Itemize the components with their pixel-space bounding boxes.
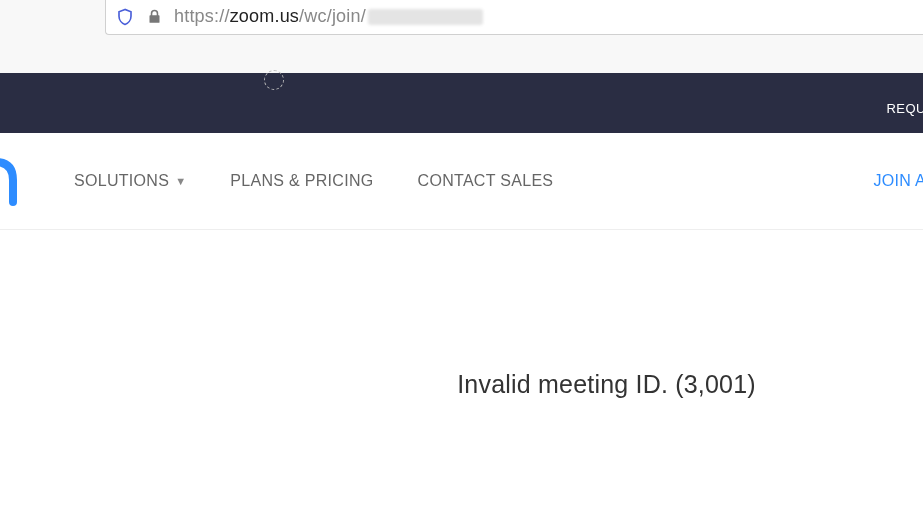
nav-item-label: CONTACT SALES: [418, 172, 554, 190]
nav-items: SOLUTIONS ▼ PLANS & PRICING CONTACT SALE…: [74, 172, 553, 190]
url-bar[interactable]: https://zoom.us/wc/join/: [105, 0, 923, 35]
nav-join-meeting[interactable]: JOIN A: [874, 172, 923, 190]
chevron-down-icon: ▼: [175, 175, 186, 187]
url-text: https://zoom.us/wc/join/: [174, 6, 483, 27]
top-banner-link[interactable]: REQU: [886, 101, 923, 116]
nav-item-label: PLANS & PRICING: [230, 172, 373, 190]
nav-plans-pricing[interactable]: PLANS & PRICING: [230, 172, 373, 190]
nav-solutions[interactable]: SOLUTIONS ▼: [74, 172, 186, 190]
nav-item-label: SOLUTIONS: [74, 172, 169, 190]
shield-icon: [116, 8, 134, 26]
nav-contact-sales[interactable]: CONTACT SALES: [418, 172, 554, 190]
page-content: Invalid meeting ID. (3,001): [0, 230, 923, 399]
top-banner: REQU: [0, 73, 923, 133]
selection-indicator: [264, 70, 284, 90]
error-message: Invalid meeting ID. (3,001): [290, 370, 923, 399]
zoom-logo[interactable]: [0, 157, 25, 211]
lock-icon: [146, 9, 162, 25]
url-obscured-segment: [368, 9, 483, 25]
browser-chrome: https://zoom.us/wc/join/: [0, 0, 923, 73]
nav-bar: SOLUTIONS ▼ PLANS & PRICING CONTACT SALE…: [0, 133, 923, 230]
